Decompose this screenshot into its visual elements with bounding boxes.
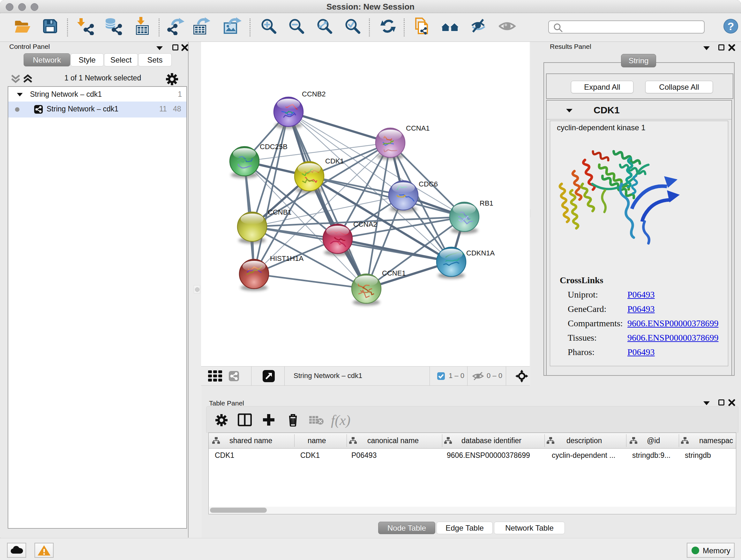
svg-text:HIST1H1A: HIST1H1A: [270, 254, 304, 262]
svg-text:CDC25B: CDC25B: [260, 143, 287, 151]
svg-text:RB1: RB1: [480, 199, 493, 207]
svg-text:CCNE1: CCNE1: [382, 269, 406, 277]
svg-text:CCNA2: CCNA2: [353, 220, 377, 228]
svg-text:CDC6: CDC6: [419, 180, 438, 188]
svg-text:CCNA1: CCNA1: [406, 124, 430, 132]
svg-text:CCNB2: CCNB2: [302, 90, 326, 98]
svg-text:CDK1: CDK1: [325, 157, 344, 165]
svg-text:CDKN1A: CDKN1A: [466, 249, 495, 257]
svg-text:?: ?: [728, 20, 734, 32]
svg-text:CCNB1: CCNB1: [268, 208, 292, 216]
